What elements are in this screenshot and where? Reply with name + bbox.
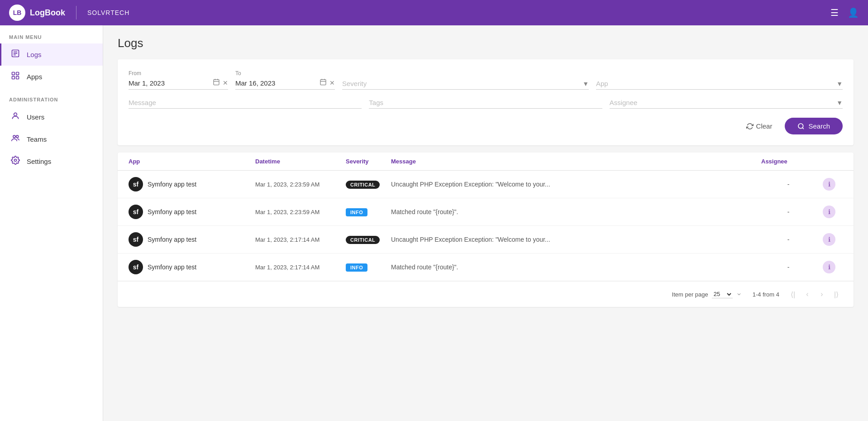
table-row[interactable]: sf Symfony app test Mar 1, 2023, 2:17:14… bbox=[118, 226, 854, 254]
sidebar-label-apps: Apps bbox=[27, 73, 42, 81]
clear-button[interactable]: Clear bbox=[739, 119, 780, 134]
svg-rect-5 bbox=[16, 72, 19, 75]
severity-badge: CRITICAL bbox=[346, 181, 380, 189]
user-icon[interactable]: 👤 bbox=[848, 7, 859, 18]
prev-page-btn[interactable]: ‹ bbox=[801, 288, 814, 301]
apps-icon bbox=[10, 71, 20, 82]
administration-section: ADMINISTRATION Users bbox=[0, 97, 103, 172]
message-cell: Uncaught PHP Exception Exception: "Welco… bbox=[391, 181, 761, 188]
datetime-cell: Mar 1, 2023, 2:23:59 AM bbox=[255, 181, 346, 188]
col-datetime: Datetime bbox=[255, 158, 346, 165]
sidebar-item-users[interactable]: Users bbox=[0, 106, 103, 128]
sidebar-item-logs[interactable]: Logs bbox=[0, 43, 103, 66]
severity-badge: INFO bbox=[346, 208, 367, 216]
svg-rect-16 bbox=[320, 80, 326, 85]
topbar: LB LogBook SOLVRTECH ☰ 👤 bbox=[0, 0, 868, 25]
to-input[interactable] bbox=[235, 79, 317, 87]
ipp-label: Item per page bbox=[672, 291, 708, 298]
app-name: Symfony app test bbox=[148, 263, 196, 271]
app-logo: sf bbox=[129, 232, 143, 247]
last-page-btn[interactable]: |⟩ bbox=[830, 288, 843, 301]
from-input-wrap: ✕ bbox=[129, 78, 228, 90]
severity-cell: INFO bbox=[346, 263, 391, 272]
assignee-placeholder: Assignee bbox=[610, 99, 836, 106]
sidebar-label-settings: Settings bbox=[27, 158, 51, 165]
ipp-arrow-icon bbox=[736, 292, 742, 297]
severity-cell: CRITICAL bbox=[346, 235, 391, 244]
from-input[interactable] bbox=[129, 79, 210, 87]
menu-icon[interactable]: ☰ bbox=[830, 7, 839, 18]
table-row[interactable]: sf Symfony app test Mar 1, 2023, 2:23:59… bbox=[118, 198, 854, 226]
filter-card: From ✕ bbox=[118, 59, 854, 145]
svg-rect-6 bbox=[12, 77, 15, 79]
message-cell: Uncaught PHP Exception Exception: "Welco… bbox=[391, 236, 761, 243]
app-cell: sf Symfony app test bbox=[129, 232, 255, 247]
logs-icon bbox=[10, 49, 20, 60]
users-icon bbox=[10, 111, 20, 123]
col-action bbox=[816, 158, 843, 165]
assignee-cell: - bbox=[761, 208, 816, 215]
table-row[interactable]: sf Symfony app test Mar 1, 2023, 2:17:14… bbox=[118, 254, 854, 281]
message-input[interactable] bbox=[129, 99, 362, 106]
svg-point-8 bbox=[14, 113, 17, 116]
tags-input[interactable] bbox=[369, 99, 602, 106]
severity-badge: CRITICAL bbox=[346, 236, 380, 244]
app-logo: sf bbox=[129, 260, 143, 274]
settings-icon bbox=[10, 156, 20, 167]
app-name: Symfony app test bbox=[148, 208, 196, 215]
app-cell: sf Symfony app test bbox=[129, 177, 255, 191]
sidebar-item-teams[interactable]: Teams bbox=[0, 128, 103, 150]
next-page-btn[interactable]: › bbox=[816, 288, 828, 301]
sidebar-item-apps[interactable]: Apps bbox=[0, 66, 103, 88]
app-arrow-icon: ▼ bbox=[836, 80, 843, 87]
administration-label: ADMINISTRATION bbox=[0, 97, 103, 106]
sidebar: MAIN MENU Logs Apps bbox=[0, 25, 103, 421]
table-header: App Datetime Severity Message Assignee bbox=[118, 153, 854, 171]
severity-arrow-icon: ▼ bbox=[582, 80, 589, 87]
info-button[interactable]: ℹ bbox=[823, 233, 835, 246]
from-calendar-icon[interactable] bbox=[213, 78, 220, 87]
severity-cell: INFO bbox=[346, 208, 391, 216]
message-cell: Matched route "{route}". bbox=[391, 208, 761, 215]
from-clear-icon[interactable]: ✕ bbox=[223, 79, 228, 86]
app-name: Symfony app test bbox=[148, 236, 196, 243]
ipp-select[interactable]: 25 50 100 bbox=[712, 290, 733, 298]
app-logo: sf bbox=[129, 177, 143, 191]
table-row[interactable]: sf Symfony app test Mar 1, 2023, 2:23:59… bbox=[118, 171, 854, 198]
topbar-right: ☰ 👤 bbox=[830, 7, 859, 18]
severity-placeholder: Severity bbox=[342, 80, 582, 87]
first-page-btn[interactable]: ⟨| bbox=[787, 288, 799, 301]
svg-point-9 bbox=[13, 135, 15, 138]
main-menu-label: MAIN MENU bbox=[0, 34, 103, 43]
teams-icon bbox=[10, 134, 20, 145]
to-label: To bbox=[235, 70, 335, 77]
message-input-wrap bbox=[129, 99, 362, 109]
col-app: App bbox=[129, 158, 255, 165]
to-clear-icon[interactable]: ✕ bbox=[329, 79, 335, 86]
sidebar-item-settings[interactable]: Settings bbox=[0, 150, 103, 172]
sidebar-label-logs: Logs bbox=[27, 51, 42, 58]
severity-select[interactable]: Severity ▼ bbox=[342, 80, 589, 90]
severity-badge: INFO bbox=[346, 263, 367, 272]
col-severity: Severity bbox=[346, 158, 391, 165]
app-logo: sf bbox=[129, 205, 143, 219]
to-calendar-icon[interactable] bbox=[320, 78, 327, 87]
assignee-select[interactable]: Assignee ▼ bbox=[610, 99, 843, 109]
assignee-filter-group: Assignee ▼ bbox=[610, 99, 843, 109]
table-body: sf Symfony app test Mar 1, 2023, 2:23:59… bbox=[118, 171, 854, 281]
app-select[interactable]: App ▼ bbox=[596, 80, 843, 90]
info-button[interactable]: ℹ bbox=[823, 178, 835, 191]
app-name: Symfony app test bbox=[148, 181, 196, 188]
info-button[interactable]: ℹ bbox=[823, 261, 835, 273]
svg-point-10 bbox=[16, 135, 19, 138]
svg-rect-7 bbox=[16, 77, 19, 79]
to-filter-group: To ✕ bbox=[235, 70, 335, 90]
search-button[interactable]: Search bbox=[785, 118, 843, 134]
filter-row-2: Assignee ▼ bbox=[129, 99, 843, 109]
severity-cell: CRITICAL bbox=[346, 180, 391, 189]
datetime-cell: Mar 1, 2023, 2:23:59 AM bbox=[255, 209, 346, 215]
message-cell: Matched route "{route}". bbox=[391, 263, 761, 271]
svg-rect-4 bbox=[12, 72, 15, 75]
info-button[interactable]: ℹ bbox=[823, 206, 835, 218]
items-per-page: Item per page 25 50 100 bbox=[672, 290, 742, 298]
